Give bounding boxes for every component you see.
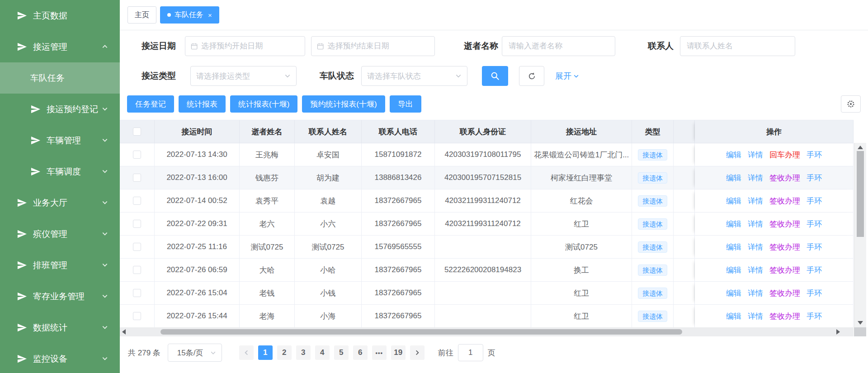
row-checkbox[interactable]	[133, 151, 141, 159]
goto-page-input[interactable]	[458, 344, 483, 361]
sidebar-item-8[interactable]: 排班管理	[0, 250, 120, 281]
stats-report-button[interactable]: 统计报表	[179, 95, 226, 113]
action-link[interactable]: 编辑	[726, 311, 741, 321]
action-link[interactable]: 详情	[748, 173, 763, 183]
fleet-status-select[interactable]: 请选择车队状态	[361, 66, 467, 86]
row-checkbox[interactable]	[133, 197, 141, 205]
action-link[interactable]: 详情	[748, 196, 763, 206]
action-link[interactable]: 编辑	[726, 242, 741, 252]
sidebar-item-4[interactable]: 车辆管理	[0, 125, 120, 156]
sidebar-item-6[interactable]: 业务大厅	[0, 187, 120, 218]
page-button[interactable]: 2	[277, 345, 292, 360]
booking-stats-report-shiyan-button[interactable]: 预约统计报表(十堰)	[302, 95, 385, 113]
next-page-button[interactable]	[410, 345, 425, 360]
action-link[interactable]: 手环	[807, 196, 822, 206]
cell-pickup-time: 2022-07-26 15:04	[155, 282, 240, 305]
sidebar-item-3[interactable]: 接运预约登记	[0, 94, 120, 125]
close-icon[interactable]: ×	[208, 12, 212, 19]
vertical-scrollbar[interactable]	[854, 143, 866, 327]
cell-pickup-time: 2022-07-26 06:59	[155, 259, 240, 282]
action-link[interactable]: 编辑	[726, 219, 741, 229]
page-button[interactable]: 6	[353, 345, 368, 360]
expand-link[interactable]: 展开	[555, 71, 579, 81]
reset-button[interactable]	[519, 66, 544, 86]
action-link[interactable]: 编辑	[726, 288, 741, 298]
vertical-scrollbar-thumb[interactable]	[857, 151, 864, 237]
action-link[interactable]: 回车办理	[769, 150, 800, 160]
prev-page-button[interactable]	[239, 345, 254, 360]
row-actions: 编辑详情签收办理手环	[695, 212, 854, 236]
sidebar-item-1[interactable]: 接运管理	[0, 31, 120, 62]
row-checkbox[interactable]	[133, 289, 141, 297]
cell-contact-phone: 15769565555	[362, 236, 435, 259]
action-link[interactable]: 详情	[748, 219, 763, 229]
action-link[interactable]: 签收办理	[769, 311, 800, 321]
horizontal-scrollbar[interactable]	[120, 327, 854, 336]
action-link[interactable]: 手环	[807, 242, 822, 252]
sidebar-item-10[interactable]: 数据统计	[0, 312, 120, 343]
action-link[interactable]: 手环	[807, 150, 822, 160]
action-link[interactable]: 编辑	[726, 265, 741, 275]
tab-fleet-tasks[interactable]: 车队任务 ×	[160, 6, 219, 24]
action-link[interactable]: 签收办理	[769, 265, 800, 275]
pickup-type-select[interactable]: 请选择接运类型	[190, 66, 297, 86]
action-link[interactable]: 手环	[807, 219, 822, 229]
action-link[interactable]: 签收办理	[769, 173, 800, 183]
row-checkbox[interactable]	[133, 220, 141, 228]
action-link[interactable]: 详情	[748, 242, 763, 252]
row-actions: 编辑详情回车办理手环	[695, 143, 854, 166]
sidebar-item-0[interactable]: 主页数据	[0, 0, 120, 31]
action-link[interactable]: 编辑	[726, 196, 741, 206]
page-button[interactable]: 19	[391, 345, 406, 360]
action-link[interactable]: 签收办理	[769, 242, 800, 252]
start-date-input[interactable]	[185, 36, 305, 56]
export-button[interactable]: 导出	[390, 95, 421, 113]
row-checkbox[interactable]	[133, 266, 141, 274]
horizontal-scrollbar-thumb[interactable]	[160, 329, 682, 335]
page-button[interactable]: 3	[296, 345, 311, 360]
scroll-right-arrow-icon[interactable]	[836, 329, 840, 335]
sidebar-item-2[interactable]: 车队任务	[0, 62, 120, 94]
action-link[interactable]: 编辑	[726, 150, 741, 160]
scroll-down-arrow-icon[interactable]	[858, 321, 863, 325]
search-button[interactable]	[482, 66, 508, 86]
action-link[interactable]: 详情	[748, 311, 763, 321]
page-button[interactable]: 4	[315, 345, 330, 360]
stats-report-shiyan-button[interactable]: 统计报表(十堰)	[230, 95, 297, 113]
page-size-select[interactable]: 15条/页	[168, 344, 222, 362]
cell-gap	[674, 212, 695, 236]
end-date-input[interactable]	[311, 36, 435, 56]
page-button[interactable]: 5	[334, 345, 349, 360]
sidebar-item-11[interactable]: 监控设备	[0, 343, 120, 373]
action-link[interactable]: 签收办理	[769, 288, 800, 298]
action-link[interactable]: 编辑	[726, 173, 741, 183]
scroll-up-arrow-icon[interactable]	[858, 146, 863, 149]
tab-home[interactable]: 主页	[127, 6, 156, 24]
sidebar-item-5[interactable]: 车辆调度	[0, 156, 120, 187]
row-checkbox[interactable]	[133, 312, 141, 320]
action-link[interactable]: 手环	[807, 173, 822, 183]
chevron-icon	[102, 198, 108, 208]
sidebar-item-9[interactable]: 寄存业务管理	[0, 281, 120, 312]
contact-name-input[interactable]	[680, 36, 795, 56]
sidebar-item-7[interactable]: 殡仪管理	[0, 218, 120, 250]
select-all-checkbox[interactable]	[133, 127, 141, 136]
page-ellipsis[interactable]: •••	[372, 345, 387, 360]
action-link[interactable]: 手环	[807, 265, 822, 275]
action-link[interactable]: 详情	[748, 288, 763, 298]
scrollbar-corner	[854, 327, 866, 336]
action-link[interactable]: 签收办理	[769, 196, 800, 206]
action-link[interactable]: 手环	[807, 288, 822, 298]
row-checkbox[interactable]	[133, 243, 141, 251]
action-link[interactable]: 签收办理	[769, 219, 800, 229]
page-button[interactable]: 1	[258, 345, 273, 360]
row-actions: 编辑详情签收办理手环	[695, 189, 854, 212]
action-link[interactable]: 详情	[748, 150, 763, 160]
scroll-left-arrow-icon[interactable]	[122, 329, 126, 335]
action-link[interactable]: 手环	[807, 311, 822, 321]
column-settings-button[interactable]	[841, 95, 861, 113]
action-link[interactable]: 详情	[748, 265, 763, 275]
row-checkbox[interactable]	[133, 174, 141, 182]
task-register-button[interactable]: 任务登记	[127, 95, 174, 113]
deceased-name-input[interactable]	[502, 36, 615, 56]
